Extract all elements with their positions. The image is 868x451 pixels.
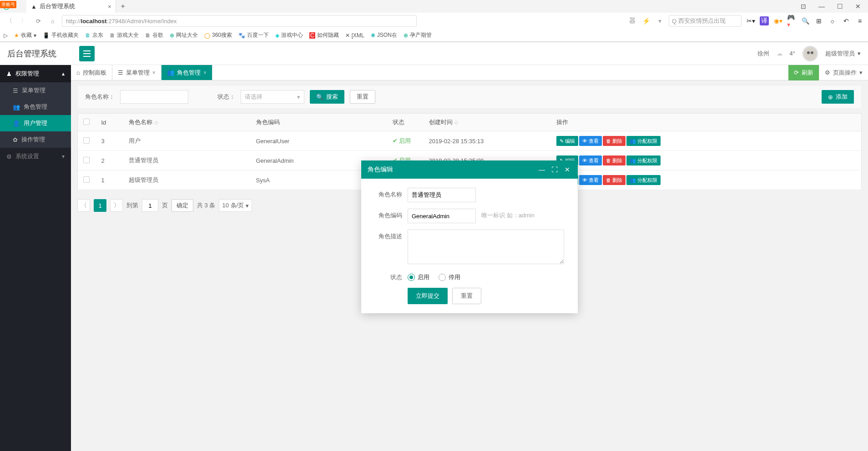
menu-icon[interactable]: ≡ — [855, 16, 864, 25]
role-name-input[interactable] — [120, 90, 188, 104]
delete-button[interactable]: 🗑 删除 — [603, 175, 626, 185]
menu-toggle-button[interactable] — [79, 46, 95, 61]
restore-icon[interactable]: ↶ — [842, 16, 851, 25]
view-button[interactable]: 👁 查看 — [579, 136, 602, 146]
assign-perm-button[interactable]: 👥 分配权限 — [626, 175, 661, 185]
back-button[interactable]: 〈 — [4, 15, 15, 26]
page-size-select[interactable]: 10 条/页 ▾ — [219, 199, 252, 212]
bookmark-item[interactable]: 📱手机收藏夹 — [43, 31, 79, 39]
radio-disable[interactable]: 停用 — [439, 273, 460, 281]
view-button[interactable]: 👁 查看 — [579, 175, 602, 185]
browser-search-input[interactable]: Q 西安疫情拐点出现 — [669, 15, 742, 27]
user-dropdown[interactable]: 超级管理员 ▾ — [825, 50, 861, 58]
col-name[interactable]: 角色名称◇ — [123, 114, 251, 131]
close-icon[interactable]: × — [203, 70, 207, 76]
row-checkbox[interactable] — [83, 157, 90, 163]
minimize-icon[interactable]: — — [538, 166, 546, 173]
page-icon: ▲ — [31, 3, 37, 10]
refresh-button[interactable]: ⟳ 刷新 — [788, 65, 819, 80]
role-desc-field[interactable] — [408, 230, 564, 264]
search2-icon[interactable]: 🔍 — [801, 16, 810, 25]
maximize-icon[interactable]: ⛶ — [550, 166, 559, 173]
bookmark-item[interactable]: ◯360搜索 — [204, 31, 232, 39]
tab-dashboard[interactable]: ⌂ 控制面板 — [71, 65, 112, 80]
reset-form-button[interactable]: 重置 — [452, 288, 481, 304]
maximize-icon[interactable]: ☐ — [833, 3, 846, 10]
col-id[interactable]: Id — [96, 114, 123, 131]
radio-enable[interactable]: 启用 — [408, 273, 429, 281]
close-icon[interactable]: × — [108, 3, 111, 10]
scissors-icon[interactable]: ✂▾ — [746, 16, 755, 25]
bookmark-item[interactable]: C如何隐藏 — [309, 31, 339, 39]
tab-role-manage[interactable]: 👥 角色管理 × — [161, 65, 212, 80]
bookmark-item[interactable]: 🗎游戏大全 — [110, 31, 139, 39]
assign-perm-button[interactable]: 👥 分配权限 — [626, 136, 661, 146]
submit-button[interactable]: 立即提交 — [408, 288, 448, 304]
browser-tab[interactable]: ▲ 后台管理系统 × — [26, 0, 116, 13]
prev-page-button[interactable]: 〈 — [77, 199, 90, 212]
role-name-field[interactable] — [408, 188, 476, 202]
row-checkbox[interactable] — [83, 137, 90, 144]
close-icon[interactable]: ✕ — [563, 166, 571, 173]
page-ops-button[interactable]: ⚙ 页面操作 ▾ — [819, 65, 868, 80]
game-icon[interactable]: 🎮▾ — [787, 16, 796, 25]
dropdown-icon[interactable]: ▾ — [655, 16, 664, 25]
bolt-icon[interactable]: ⚡ — [641, 16, 651, 25]
assign-perm-button[interactable]: 👥 分配权限 — [626, 155, 661, 165]
sidebar-item-role[interactable]: 👥 角色管理 — [0, 99, 71, 115]
close-window-icon[interactable]: ✕ — [852, 3, 864, 10]
next-page-button[interactable]: 〉 — [110, 199, 123, 212]
bookmark-item[interactable]: 🗎京东 — [85, 31, 103, 39]
goto-confirm-button[interactable]: 确定 — [172, 199, 193, 212]
apps-icon[interactable]: ⊞ — [814, 16, 823, 25]
sun-icon[interactable]: ☼ — [828, 16, 837, 25]
search-button[interactable]: 🔍 搜索 — [310, 90, 344, 104]
bookmark-item[interactable]: ⊕孕产期管 — [404, 31, 432, 39]
modal-header[interactable]: 角色编辑 — ⛶ ✕ — [361, 160, 578, 179]
url-text: http:// — [66, 18, 81, 25]
bookmark-item[interactable]: 🗎谷歌 — [145, 31, 163, 39]
sidebar-item-user[interactable]: 👤 用户管理 — [0, 115, 71, 131]
delete-button[interactable]: 🗑 删除 — [603, 155, 626, 165]
tab-menu-manage[interactable]: ☰ 菜单管理 × — [112, 65, 161, 80]
bookmark-item[interactable]: ◈游戏中心 — [275, 31, 303, 39]
sidebar-item-menu[interactable]: ☰ 菜单管理 — [0, 82, 71, 99]
role-code-field[interactable] — [408, 209, 476, 223]
bookmark-item[interactable]: ⊕网址大全 — [170, 31, 198, 39]
sidebar-item-operation[interactable]: ✿ 操作管理 — [0, 131, 71, 148]
home-button[interactable]: ⌂ — [47, 15, 58, 26]
avatar[interactable] — [802, 46, 818, 61]
ext-icon[interactable]: 器 — [628, 16, 637, 25]
modal-body: 角色名称 角色编码 唯一标识 如：admin 角色描述 状态 — [361, 179, 578, 313]
minimize-icon[interactable]: — — [815, 3, 828, 10]
reload-button[interactable]: ⟳ — [33, 15, 44, 26]
translate-icon[interactable]: 译 — [760, 16, 769, 25]
bookmark-item[interactable]: ❋JSON在 — [371, 31, 397, 39]
page-number-button[interactable]: 1 — [94, 199, 106, 212]
reset-button[interactable]: 重置 — [350, 90, 375, 104]
delete-button[interactable]: 🗑 删除 — [603, 136, 626, 146]
bookmark-item[interactable]: ★收藏 ▾ — [14, 31, 36, 39]
close-icon[interactable]: × — [152, 70, 156, 76]
bookmarks-expand-icon[interactable]: ▷ — [4, 32, 8, 39]
sidebar-group-permissions[interactable]: ♟ 权限管理 ▴ — [0, 65, 71, 82]
view-button[interactable]: 👁 查看 — [579, 155, 602, 165]
status-select[interactable]: 请选择 ▾ — [241, 90, 304, 104]
new-tab-button[interactable]: + — [116, 2, 129, 10]
shield-icon[interactable]: ◉▾ — [773, 16, 782, 25]
browser-tab-title: 后台管理系统 — [40, 2, 75, 10]
goto-page-input[interactable] — [142, 199, 158, 212]
sidebar-group-system[interactable]: ⚙ 系统设置 ▾ — [0, 148, 71, 165]
bookmark-item[interactable]: 🐾百度一下 — [238, 31, 269, 39]
forward-button[interactable]: 〉 — [18, 15, 29, 26]
bookmark-item[interactable]: ✕[XML — [345, 32, 364, 39]
row-checkbox[interactable] — [83, 176, 90, 183]
add-button[interactable]: ⊕ 添加 — [822, 90, 854, 104]
users-icon: ♟ — [6, 70, 12, 77]
url-input[interactable]: http://localhost:27948/Admin/Home/Index — [62, 15, 417, 27]
pin-icon[interactable]: ⊡ — [797, 3, 810, 10]
select-all-checkbox[interactable] — [83, 119, 90, 125]
col-created[interactable]: 创建时间◇ — [424, 114, 551, 131]
browser-tabs-row: ▲ 后台管理系统 × + ⊡ — ☐ ✕ — [0, 0, 868, 13]
edit-button[interactable]: ✎ 编辑 — [556, 136, 578, 146]
